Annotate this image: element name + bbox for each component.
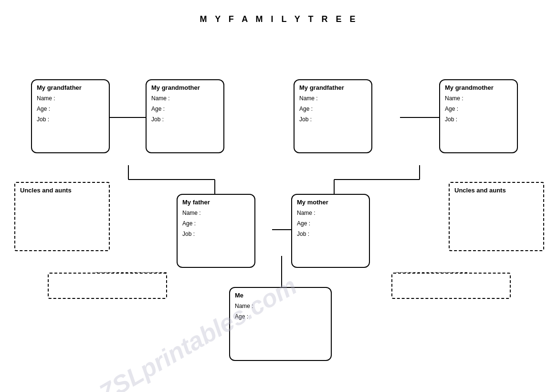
father-box: My father Name : Age : Job : <box>177 194 255 268</box>
mother-job: Job : <box>297 231 364 237</box>
grandfather2-age: Age : <box>299 106 367 112</box>
father-name: Name : <box>182 210 250 216</box>
me-box: Me Name : Age : <box>229 287 332 361</box>
bottom-dashed-right <box>391 273 511 299</box>
grandfather1-title: My grandfather <box>37 84 104 91</box>
grandmother1-box: My grandmother Name : Age : Job : <box>146 79 224 153</box>
grandfather2-name: Name : <box>299 95 367 102</box>
grandmother2-name: Name : <box>445 95 512 102</box>
mother-name: Name : <box>297 210 364 216</box>
uncles-aunts-left-title: Uncles and aunts <box>20 187 104 194</box>
grandmother2-title: My grandmother <box>445 84 512 91</box>
grandfather2-title: My grandfather <box>299 84 367 91</box>
mother-title: My mother <box>297 199 364 206</box>
grandfather1-age: Age : <box>37 106 104 112</box>
me-name: Name : <box>235 303 326 309</box>
grandmother2-job: Job : <box>445 116 512 123</box>
grandfather2-box: My grandfather Name : Age : Job : <box>294 79 372 153</box>
grandmother1-job: Job : <box>151 116 219 123</box>
grandfather1-job: Job : <box>37 116 104 123</box>
me-title: Me <box>235 292 326 299</box>
grandfather2-job: Job : <box>299 116 367 123</box>
uncles-aunts-right-title: Uncles and aunts <box>454 187 538 194</box>
uncles-aunts-right-box: Uncles and aunts <box>449 182 544 251</box>
grandmother1-name: Name : <box>151 95 219 102</box>
grandmother2-box: My grandmother Name : Age : Job : <box>439 79 518 153</box>
grandmother1-age: Age : <box>151 106 219 112</box>
grandfather1-box: My grandfather Name : Age : Job : <box>31 79 110 153</box>
page-title: M Y F A M I L Y T R E E <box>0 0 558 29</box>
grandmother2-age: Age : <box>445 106 512 112</box>
grandfather1-name: Name : <box>37 95 104 102</box>
father-job: Job : <box>182 231 250 237</box>
me-age: Age : <box>235 313 326 320</box>
bottom-dashed-left <box>48 273 167 299</box>
father-age: Age : <box>182 220 250 227</box>
uncles-aunts-left-box: Uncles and aunts <box>14 182 110 251</box>
grandmother1-title: My grandmother <box>151 84 219 91</box>
father-title: My father <box>182 199 250 206</box>
mother-age: Age : <box>297 220 364 227</box>
mother-box: My mother Name : Age : Job : <box>291 194 370 268</box>
